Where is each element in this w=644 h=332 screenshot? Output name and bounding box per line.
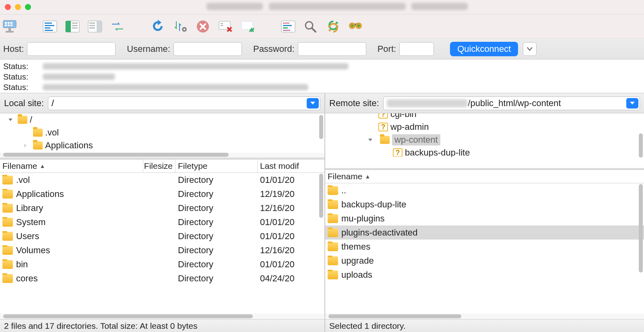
disclosure-icon[interactable] (8, 118, 15, 122)
local-path-dropdown-icon[interactable] (307, 98, 319, 109)
tree-node[interactable]: ?backups-dup-lite (325, 146, 644, 157)
lastmodified-cell: 01/01/20 (258, 259, 324, 270)
tree-node[interactable]: wp-content (325, 133, 644, 146)
minimize-window-button[interactable] (15, 4, 21, 10)
table-row[interactable]: .volDirectory01/01/20 (0, 173, 324, 187)
sort-asc-icon: ▲ (39, 163, 45, 169)
filename-cell: Users (16, 231, 39, 242)
directory-compare-icon[interactable] (303, 18, 319, 35)
quickconnect-button[interactable]: Quickconnect (450, 42, 518, 56)
tree-node[interactable]: ?cgi-bin (325, 113, 644, 121)
filename-cell: mu-plugins (341, 213, 385, 224)
svg-rect-35 (283, 30, 290, 31)
folder-icon (328, 214, 338, 223)
folder-icon (2, 232, 13, 241)
folder-icon (328, 242, 338, 251)
remote-directory-tree[interactable]: ?cgi-bin?wp-adminwp-content?backups-dup-… (325, 113, 644, 168)
host-input[interactable] (27, 42, 116, 56)
tree-node[interactable]: ?wp-admin (325, 121, 644, 133)
table-row[interactable]: UsersDirectory01/01/20 (0, 229, 324, 243)
toggle-log-icon[interactable] (42, 18, 58, 35)
filezilla-window: Host: Username: Password: Port: Quickcon… (0, 0, 644, 332)
table-row[interactable]: backups-dup-lite (325, 197, 644, 211)
tree-node-label: backups-dup-lite (405, 148, 470, 157)
refresh-icon[interactable] (150, 18, 166, 35)
main-toolbar (0, 14, 644, 39)
local-path-combo[interactable] (48, 96, 320, 110)
toggle-transfer-queue-icon[interactable] (109, 18, 126, 35)
tree-node[interactable]: Applications (0, 139, 324, 152)
tree-node[interactable]: / (0, 113, 324, 126)
table-row[interactable]: plugins-deactivated (325, 225, 644, 240)
folder-icon (33, 141, 43, 150)
table-row[interactable]: LibraryDirectory12/16/20 (0, 201, 324, 215)
quickconnect-bar: Host: Username: Password: Port: Quickcon… (0, 39, 644, 59)
tree-node[interactable]: .vol (0, 126, 324, 139)
local-col-filesize[interactable]: Filesize (143, 160, 175, 172)
local-col-filename[interactable]: Filename ▲ (0, 160, 143, 172)
process-queue-icon[interactable] (172, 18, 188, 35)
toggle-local-tree-icon[interactable] (64, 18, 80, 35)
table-row[interactable]: ApplicationsDirectory12/19/20 (0, 187, 324, 201)
local-col-filetype[interactable]: Filetype (175, 160, 258, 172)
folder-icon (2, 274, 13, 283)
disclosure-icon[interactable] (368, 138, 375, 142)
remote-col-filename[interactable]: Filename ▲ (325, 170, 644, 183)
lastmodified-cell: 01/01/20 (258, 175, 324, 185)
site-manager-icon[interactable] (2, 18, 18, 35)
svg-rect-12 (45, 27, 50, 29)
table-row[interactable]: themes (325, 240, 644, 254)
disconnect-icon[interactable] (217, 18, 233, 35)
close-window-button[interactable] (5, 4, 11, 10)
remote-file-list[interactable]: Filename ▲ ..backups-dup-litemu-pluginsp… (325, 170, 644, 319)
svg-rect-0 (3, 20, 16, 28)
cancel-icon[interactable] (195, 18, 211, 35)
filename-cell: uploads (341, 270, 372, 280)
table-row[interactable]: .. (325, 183, 644, 197)
tree-node-label: cgi-bin (390, 113, 417, 119)
table-row[interactable]: uploads (325, 268, 644, 282)
svg-rect-11 (45, 25, 54, 26)
search-remote-icon[interactable] (348, 18, 364, 35)
table-row[interactable]: upgrade (325, 254, 644, 268)
lastmodified-cell: 12/16/20 (258, 203, 324, 213)
svg-rect-28 (221, 23, 223, 24)
filter-icon[interactable] (280, 18, 296, 35)
local-col-lastmodified[interactable]: Last modif (258, 160, 324, 172)
unknown-folder-icon: ? (378, 123, 388, 131)
remote-site-label: Remote site: (329, 98, 379, 109)
quickconnect-history-dropdown[interactable] (523, 42, 537, 56)
zoom-window-button[interactable] (25, 4, 31, 10)
message-log[interactable]: Status: Status: Status: (0, 59, 644, 93)
lastmodified-cell: 12/16/20 (258, 245, 324, 256)
svg-rect-18 (72, 27, 78, 29)
reconnect-icon[interactable] (240, 18, 256, 35)
disclosure-icon[interactable] (23, 143, 31, 148)
toggle-remote-tree-icon[interactable] (87, 18, 103, 35)
filename-cell: backups-dup-lite (341, 199, 406, 210)
filetype-cell: Directory (176, 273, 258, 284)
remote-path-dropdown-icon[interactable] (626, 98, 638, 109)
sync-browsing-icon[interactable] (325, 18, 341, 35)
password-input[interactable] (298, 42, 366, 56)
table-row[interactable]: mu-plugins (325, 211, 644, 225)
username-input[interactable] (173, 42, 242, 56)
folder-icon (328, 271, 338, 279)
svg-rect-17 (72, 25, 78, 26)
remote-path-combo[interactable]: /public_html/wp-content (383, 96, 640, 110)
local-path-input[interactable] (48, 98, 307, 109)
local-file-list[interactable]: Filename ▲ Filesize Filetype Last modif … (0, 159, 324, 319)
table-row[interactable]: SystemDirectory01/01/20 (0, 215, 324, 229)
table-row[interactable]: VolumesDirectory12/16/20 (0, 243, 324, 257)
log-status-label: Status: (3, 62, 35, 71)
username-label: Username: (127, 44, 170, 54)
port-label: Port: (378, 44, 396, 54)
port-input[interactable] (399, 42, 434, 56)
table-row[interactable]: binDirectory01/01/20 (0, 257, 324, 271)
local-status-bar: 2 files and 17 directories. Total size: … (0, 319, 324, 332)
local-directory-tree[interactable]: /.volApplications (0, 113, 324, 158)
table-row[interactable]: coresDirectory04/24/20 (0, 271, 324, 285)
unknown-folder-icon: ? (378, 113, 388, 119)
svg-rect-5 (8, 25, 10, 26)
filetype-cell: Directory (176, 217, 258, 227)
